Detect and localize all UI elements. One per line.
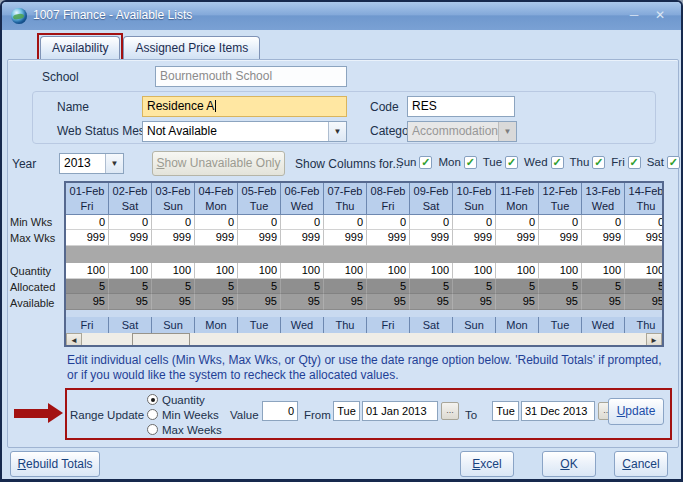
- checkbox-check-icon[interactable]: ✓: [419, 156, 432, 169]
- grid-cell-max_wks[interactable]: 999: [367, 230, 410, 246]
- grid-cell-min_wks[interactable]: 0: [496, 215, 539, 230]
- year-dropdown[interactable]: 2013 ▼: [59, 153, 124, 174]
- grid-cell-allocated: 5: [324, 279, 367, 294]
- grid-cell-min_wks[interactable]: 0: [582, 215, 625, 230]
- day-label: Sun: [396, 156, 416, 168]
- grid-cell-quantity[interactable]: 100: [66, 263, 109, 279]
- grid-cell-quantity[interactable]: 100: [152, 263, 195, 279]
- grid-cell-max_wks[interactable]: 999: [195, 230, 238, 246]
- grid-footer-day-cell: Sat: [109, 317, 152, 333]
- grid-cell-quantity[interactable]: 100: [324, 263, 367, 279]
- day-toggle-thu[interactable]: Thu✓: [570, 154, 606, 170]
- checkbox-check-icon[interactable]: ✓: [667, 156, 680, 169]
- grid-cell-quantity[interactable]: 100: [367, 263, 410, 279]
- grid-cell-min_wks[interactable]: 0: [539, 215, 582, 230]
- grid-cell-quantity[interactable]: 100: [195, 263, 238, 279]
- checkbox-check-icon[interactable]: ✓: [551, 156, 564, 169]
- from-date-picker-button[interactable]: ...: [441, 402, 459, 420]
- scroll-right-icon[interactable]: ►: [646, 333, 662, 347]
- grid-cell-max_wks[interactable]: 999: [453, 230, 496, 246]
- radio-option-quantity[interactable]: Quantity: [147, 392, 222, 407]
- radio-icon[interactable]: [147, 409, 158, 420]
- grid-cell-quantity[interactable]: 100: [582, 263, 625, 279]
- grid-cell-max_wks[interactable]: 999: [109, 230, 152, 246]
- grid-cell-max_wks[interactable]: 999: [281, 230, 324, 246]
- grid-cell-min_wks[interactable]: 0: [367, 215, 410, 230]
- radio-option-min-weeks[interactable]: Min Weeks: [147, 407, 222, 422]
- school-field: Bournemouth School: [155, 66, 347, 87]
- grid-cell-min_wks[interactable]: 0: [109, 215, 152, 230]
- grid-cell-max_wks[interactable]: 999: [324, 230, 367, 246]
- grid-cell-min_wks[interactable]: 0: [281, 215, 324, 230]
- grid-cell-min_wks[interactable]: 0: [152, 215, 195, 230]
- grid-cell-quantity[interactable]: 100: [109, 263, 152, 279]
- grid-cell-max_wks[interactable]: 999: [625, 230, 664, 246]
- grid-cell-quantity[interactable]: 100: [496, 263, 539, 279]
- value-input[interactable]: 0: [262, 401, 298, 421]
- globe-app-icon: [11, 8, 27, 24]
- grid-cell-min_wks[interactable]: 0: [195, 215, 238, 230]
- row-label-available: Available: [10, 296, 54, 311]
- radio-icon[interactable]: [147, 424, 158, 435]
- grid-cell-quantity[interactable]: 100: [539, 263, 582, 279]
- day-label: Fri: [611, 156, 624, 168]
- grid-footer-day-cell: Fri: [66, 317, 109, 333]
- update-button[interactable]: Update: [608, 398, 664, 425]
- grid-cell-quantity[interactable]: 100: [625, 263, 664, 279]
- code-input[interactable]: RES: [407, 96, 515, 117]
- checkbox-check-icon[interactable]: ✓: [628, 156, 641, 169]
- ok-button[interactable]: OK: [542, 451, 596, 477]
- rebuild-totals-button[interactable]: Rebuild Totals: [10, 451, 100, 477]
- grid-cell-available: 95: [66, 294, 109, 310]
- range-update-label: Range Update: [70, 405, 144, 425]
- minimize-icon[interactable]: ─: [623, 2, 645, 29]
- scroll-left-icon[interactable]: ◄: [66, 333, 82, 347]
- grid-cell-min_wks[interactable]: 0: [66, 215, 109, 230]
- grid-cell-min_wks[interactable]: 0: [410, 215, 453, 230]
- web-status-dropdown[interactable]: Not Available ▼: [142, 121, 347, 142]
- cancel-button[interactable]: Cancel: [614, 451, 668, 477]
- grid-cell-min_wks[interactable]: 0: [453, 215, 496, 230]
- from-date-input[interactable]: 01 Jan 2013: [362, 401, 438, 421]
- radio-option-max-weeks[interactable]: Max Weeks: [147, 422, 222, 437]
- grid-cell-min_wks[interactable]: 0: [238, 215, 281, 230]
- scrollbar-thumb[interactable]: [132, 333, 190, 347]
- day-toggle-tue[interactable]: Tue✓: [483, 154, 518, 170]
- tab-assigned-price-items[interactable]: Assigned Price Items: [123, 36, 260, 60]
- grid-cell-max_wks[interactable]: 999: [238, 230, 281, 246]
- day-toggle-mon[interactable]: Mon✓: [438, 154, 476, 170]
- grid-cell-quantity[interactable]: 100: [281, 263, 324, 279]
- grid-cell-min_wks[interactable]: 0: [625, 215, 664, 230]
- grid-cell-allocated: 5: [367, 279, 410, 294]
- grid-cell-max_wks[interactable]: 999: [66, 230, 109, 246]
- grid-cell-max_wks[interactable]: 999: [582, 230, 625, 246]
- chevron-down-icon[interactable]: ▼: [105, 154, 123, 173]
- grid-cell-quantity[interactable]: 100: [453, 263, 496, 279]
- day-toggle-wed[interactable]: Wed✓: [524, 154, 563, 170]
- grid-cell-max_wks[interactable]: 999: [539, 230, 582, 246]
- radio-icon[interactable]: [147, 394, 158, 405]
- tab-availability[interactable]: Availability: [40, 36, 120, 60]
- name-input[interactable]: Residence A: [142, 96, 347, 117]
- to-date-input[interactable]: 31 Dec 2013: [521, 401, 595, 421]
- close-icon[interactable]: ✕: [649, 2, 671, 29]
- checkbox-check-icon[interactable]: ✓: [505, 156, 518, 169]
- grid-cell-quantity[interactable]: 100: [238, 263, 281, 279]
- day-toggle-sat[interactable]: Sat✓: [647, 154, 680, 170]
- excel-button[interactable]: Excel: [460, 451, 514, 477]
- grid-cell-available: 95: [453, 294, 496, 310]
- grid-footer-day-cell: Thu: [625, 317, 664, 333]
- day-toggle-sun[interactable]: Sun✓: [396, 154, 432, 170]
- grid-cell-quantity[interactable]: 100: [410, 263, 453, 279]
- checkbox-check-icon[interactable]: ✓: [464, 156, 477, 169]
- grid-cell-max_wks[interactable]: 999: [496, 230, 539, 246]
- grid-cell-max_wks[interactable]: 999: [410, 230, 453, 246]
- checkbox-check-icon[interactable]: ✓: [592, 156, 605, 169]
- grid-cell-min_wks[interactable]: 0: [324, 215, 367, 230]
- grid-horizontal-scrollbar[interactable]: ◄ ►: [66, 333, 662, 347]
- grid-cell-max_wks[interactable]: 999: [152, 230, 195, 246]
- chevron-down-icon[interactable]: ▼: [328, 122, 346, 141]
- day-toggle-fri[interactable]: Fri✓: [611, 154, 640, 170]
- available-lists-dialog: 1007 Finance - Available Lists ─ ✕ Avail…: [0, 0, 683, 482]
- grid-row-min-wks: 000000000000000: [66, 215, 664, 230]
